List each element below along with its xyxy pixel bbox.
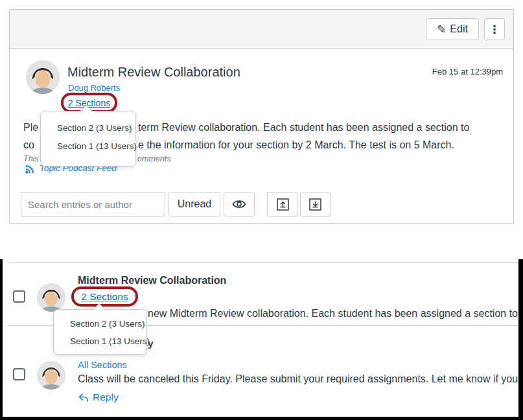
- avatar-image: [37, 283, 65, 312]
- popup-item-section1[interactable]: Section 1 (13 Users): [54, 332, 146, 350]
- avatar: [26, 60, 60, 94]
- unread-button-label: Unread: [178, 198, 211, 210]
- body-text-line2-end: e the information for your section by 2 …: [138, 139, 454, 151]
- reply-arrow-icon: [78, 392, 89, 403]
- all-sections-link[interactable]: All Sections: [78, 360, 127, 370]
- reply-link[interactable]: Reply: [78, 391, 119, 403]
- kebab-icon: ⋮: [489, 23, 500, 36]
- body-text-line1-start: Ple: [23, 122, 38, 134]
- screenshot-border: [518, 259, 523, 420]
- screenshot-border: [0, 417, 523, 420]
- discussion-page: ✎ Edit ⋮ Midterm Review Collaboration Do…: [0, 0, 523, 420]
- expand-replies-button[interactable]: [267, 192, 298, 216]
- discussion-title: Midterm Review Collaboration: [67, 65, 240, 80]
- screenshot-border: [0, 259, 3, 420]
- arrow-down-box-icon: [309, 198, 321, 211]
- sections-link[interactable]: 2 Sections: [68, 98, 110, 108]
- author-link[interactable]: Doug Roberts: [68, 83, 120, 93]
- mark-read-state-button[interactable]: [224, 192, 255, 216]
- row-preview-text: new Midterm Review collaboration. Each s…: [148, 308, 523, 320]
- unread-filter-button[interactable]: Unread: [169, 192, 220, 216]
- body-text-line1-end: term Review collaboration. Each student …: [138, 122, 469, 134]
- pencil-icon: ✎: [437, 23, 446, 36]
- post-timestamp: Feb 15 at 12:39pm: [432, 67, 503, 76]
- popup-item-section2[interactable]: Section 2 (3 Users): [41, 119, 135, 137]
- sections-popup: Section 2 (3 Users) Section 1 (13 Users): [40, 111, 136, 167]
- sections-link[interactable]: 2 Sections: [81, 291, 128, 303]
- arrow-up-box-icon: [277, 198, 289, 211]
- search-input[interactable]: [21, 192, 165, 216]
- closed-notice-start: This: [23, 154, 39, 163]
- row-checkbox[interactable]: [13, 290, 25, 303]
- edit-button-label: Edit: [450, 23, 468, 35]
- sections-popup: Section 2 (3 Users) Section 1 (13 Users): [53, 309, 147, 355]
- reply-link-label: Reply: [93, 391, 119, 403]
- popup-item-section2[interactable]: Section 2 (3 Users): [54, 315, 146, 332]
- popup-item-section1[interactable]: Section 1 (13 Users): [41, 137, 135, 156]
- edit-button[interactable]: ✎ Edit: [426, 18, 479, 40]
- collapse-replies-button[interactable]: [300, 192, 331, 216]
- avatar-image: [26, 60, 60, 94]
- annotation-circle: 2 Sections: [71, 286, 138, 307]
- list-divider: [8, 262, 519, 262]
- row-checkbox[interactable]: [13, 368, 25, 380]
- eye-icon: [232, 199, 246, 209]
- row-preview-text: Class will be canceled this Friday. Plea…: [78, 373, 523, 385]
- avatar: [37, 361, 65, 390]
- avatar-image: [37, 361, 65, 390]
- more-options-button[interactable]: ⋮: [484, 18, 505, 40]
- rss-icon: [25, 163, 36, 174]
- body-text-line2-start: co: [23, 139, 34, 151]
- list-row-title[interactable]: Midterm Review Collaboration: [78, 275, 226, 286]
- avatar: [37, 283, 65, 312]
- closed-notice-end: omments: [137, 154, 170, 163]
